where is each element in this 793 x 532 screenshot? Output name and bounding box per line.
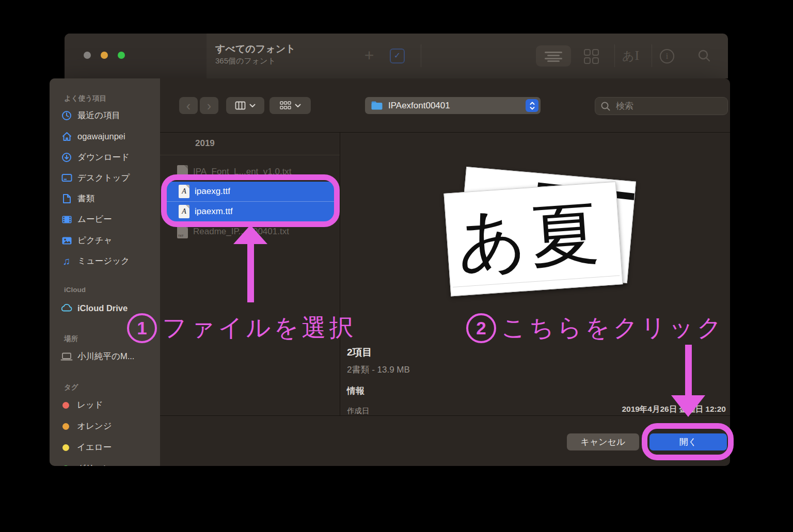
sidebar-item-label: ダウンロード (77, 152, 130, 163)
forward-button[interactable]: › (200, 97, 218, 114)
toolbar-separator (652, 44, 652, 67)
sidebar-section-tags: タグ (64, 383, 78, 392)
font-preview-stack: あ夏 あ夏 (447, 173, 635, 295)
column-view-button[interactable] (226, 97, 264, 114)
annotation-arrow-up-head (233, 225, 267, 244)
download-icon (60, 152, 73, 163)
sidebar-item-label: ピクチャ (77, 235, 113, 246)
sidebar-item-label: 書類 (77, 193, 94, 204)
list-view-icon (545, 52, 562, 63)
search-field[interactable] (595, 97, 728, 115)
laptop-icon (60, 351, 73, 362)
tag-dot-green (62, 465, 69, 466)
sidebar-item-home[interactable]: ogawajunpei (58, 128, 157, 144)
document-icon (60, 193, 73, 204)
minimize-window-button[interactable] (101, 52, 108, 59)
sidebar-item-music[interactable]: ♫ ミュージック (58, 253, 157, 269)
sidebar-item-label: ムービー (77, 214, 112, 225)
font-preview-card-front: あ夏 (443, 182, 623, 297)
sidebar-item-label: デスクトップ (77, 172, 130, 184)
window-title: すべてのフォント (215, 42, 296, 56)
tag-dot-red (62, 402, 69, 409)
tag-dot-yellow (62, 444, 69, 451)
toolbar-divider (160, 132, 730, 133)
sidebar-item-label: オレンジ (77, 421, 112, 432)
search-icon (600, 101, 611, 111)
cloud-icon (60, 302, 73, 314)
folder-popup-button[interactable]: IPAexfont00401 (365, 97, 541, 114)
sidebar-item-recents[interactable]: 最近の項目 (58, 108, 157, 123)
annotation-arrow-down-head (671, 395, 705, 417)
toolbar-separator (614, 44, 615, 67)
dialog-sidebar: よく使う項目 最近の項目 ogawajunpei ダウンロード デスクトップ (50, 78, 160, 466)
column-divider (340, 133, 340, 415)
annotation-step1: 1 ファイルを選択 (127, 312, 357, 344)
annotation-arrow-down-shaft (685, 345, 692, 396)
music-icon: ♫ (60, 255, 73, 267)
tag-dot-orange (62, 423, 69, 430)
sidebar-tag-green[interactable]: グリーン (58, 461, 157, 466)
fontbook-titlebar: すべてのフォント 365個のフォント + ✓ あI i (65, 34, 728, 78)
grid-view-icon[interactable] (584, 49, 599, 63)
add-font-icon[interactable]: + (359, 46, 379, 65)
group-by-button[interactable] (269, 97, 311, 114)
folder-icon (371, 101, 383, 110)
chevron-down-icon (249, 104, 256, 108)
font-sample-text: あ夏 (454, 187, 606, 289)
sidebar-item-this-mac[interactable]: 小川純平のM... (58, 349, 157, 364)
sidebar-item-label: イエロー (77, 442, 112, 453)
sidebar-item-label: レッド (77, 399, 103, 411)
chevron-down-icon (295, 104, 301, 108)
sidebar-item-label: ogawajunpei (77, 132, 125, 141)
sidebar-item-label: 小川純平のM... (77, 351, 134, 362)
created-date-label: 作成日 (347, 406, 370, 416)
sidebar-item-movies[interactable]: ムービー (58, 212, 157, 227)
footer-divider (160, 415, 730, 416)
sidebar-tag-red[interactable]: レッド (58, 397, 157, 413)
text-sample-icon[interactable]: あI (622, 48, 640, 64)
sidebar-item-documents[interactable]: 書類 (58, 191, 157, 206)
column-view-icon (235, 101, 246, 110)
sidebar-tag-yellow[interactable]: イエロー (58, 440, 157, 455)
annotation-box-files (161, 174, 340, 227)
file-group-header: 2019 (195, 138, 215, 149)
list-view-button[interactable] (536, 45, 571, 67)
sidebar-item-downloads[interactable]: ダウンロード (58, 150, 157, 165)
group-by-icon (280, 101, 291, 110)
sidebar-item-label: ミュージック (77, 255, 130, 267)
sidebar-item-label: グリーン (77, 463, 112, 466)
zoom-window-button[interactable] (118, 52, 125, 59)
sidebar-tag-orange[interactable]: オレンジ (58, 418, 157, 434)
sidebar-section-icloud: iCloud (64, 286, 86, 294)
validate-checkbox-icon[interactable]: ✓ (390, 49, 405, 63)
step2-label: こちらをクリック (501, 312, 725, 344)
annotation-arrow-up-shaft (247, 243, 254, 302)
annotation-step2: 2 こちらをクリック (466, 312, 725, 344)
info-icon[interactable]: i (660, 49, 674, 63)
close-window-button[interactable] (84, 52, 91, 59)
current-folder-name: IPAexfont00401 (388, 101, 450, 111)
search-input[interactable] (615, 101, 715, 112)
open-dialog: よく使う項目 最近の項目 ogawajunpei ダウンロード デスクトップ (50, 78, 730, 466)
movies-icon (60, 214, 73, 225)
search-icon[interactable] (697, 49, 711, 63)
desktop-icon (60, 172, 73, 184)
home-icon (60, 131, 73, 142)
group-header-divider (160, 155, 340, 155)
toolbar-separator (421, 44, 421, 67)
selection-count: 2項目 (347, 346, 372, 359)
selection-size: 2書類 - 13.9 MB (347, 364, 410, 376)
step2-number: 2 (466, 313, 496, 343)
step1-number: 1 (127, 313, 157, 343)
step1-label: ファイルを選択 (162, 312, 357, 344)
info-section-title: 情報 (347, 385, 364, 397)
window-subtitle: 365個のフォント (215, 56, 276, 66)
sidebar-item-label: 最近の項目 (77, 110, 120, 121)
folder-popup-stepper[interactable] (526, 99, 538, 112)
sidebar-item-desktop[interactable]: デスクトップ (58, 170, 157, 186)
sidebar-item-pictures[interactable]: ピクチャ (58, 233, 157, 248)
sidebar-section-favorites: よく使う項目 (64, 94, 106, 103)
cancel-button[interactable]: キャンセル (567, 433, 639, 450)
back-button[interactable]: ‹ (179, 97, 198, 114)
sidebar-item-label: iCloud Drive (77, 303, 128, 313)
